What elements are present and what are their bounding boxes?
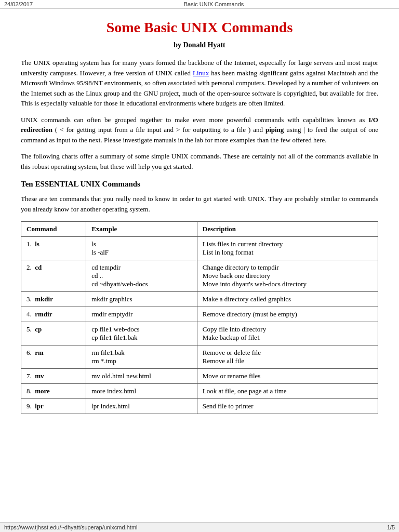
cmd-name: cd [35, 263, 42, 271]
cmd-name: lpr [35, 402, 44, 410]
row-num: 2. [26, 263, 32, 271]
intro-paragraph-1: The UNIX operating system has for many y… [21, 58, 378, 109]
row-num: 6. [26, 349, 32, 356]
table-cell-example: rmdir emptydir [86, 307, 197, 322]
row-num: 9. [26, 402, 32, 410]
cmd-name: cp [35, 325, 42, 333]
table-cell-description: Remove or delete file Remove all file [197, 345, 378, 369]
table-cell-command: 3. mkdir [21, 292, 86, 307]
row-num: 5. [26, 325, 32, 333]
row-num: 8. [26, 387, 32, 395]
commands-table: Command Example Description 1. lsls ls -… [21, 221, 378, 414]
table-cell-description: Copy file into directory Make backup of … [197, 322, 378, 345]
footer-bar: https://www.tjhsst.edu/~dhyatt/superap/u… [0, 522, 399, 532]
table-cell-command: 7. mv [21, 369, 86, 384]
table-cell-example: mkdir graphics [86, 292, 197, 307]
table-cell-command: 1. ls [21, 237, 86, 260]
intro-paragraph-3: The following charts offer a summary of … [21, 151, 378, 171]
cmd-name: rm [35, 349, 44, 356]
row-num: 4. [26, 310, 32, 318]
main-title: Some Basic UNIX Commands [21, 19, 378, 36]
table-cell-command: 6. rm [21, 345, 86, 369]
section-title: Ten ESSENTIAL UNIX Commands [21, 180, 378, 189]
browser-bar: 24/02/2017 Basic UNIX Commands [0, 0, 399, 9]
table-cell-description: Send file to printer [197, 399, 378, 414]
table-cell-description: Make a directory called graphics [197, 292, 378, 307]
footer-url: https://www.tjhsst.edu/~dhyatt/superap/u… [4, 524, 138, 530]
table-cell-example: cp file1 web-docs cp file1 file1.bak [86, 322, 197, 345]
table-row: 4. rmdirrmdir emptydirRemove directory (… [21, 307, 378, 322]
col-header-command: Command [21, 222, 86, 237]
table-cell-example: ls ls -alF [86, 237, 197, 260]
table-cell-example: lpr index.html [86, 399, 197, 414]
browser-date: 24/02/2017 [4, 1, 33, 7]
table-header-row: Command Example Description [21, 222, 378, 237]
page-content: Some Basic UNIX Commands by Donald Hyatt… [0, 9, 399, 435]
author: by Donald Hyatt [21, 41, 378, 49]
table-cell-description: Lists files in current directory List in… [197, 237, 378, 260]
row-num: 7. [26, 372, 32, 380]
cmd-name: mv [35, 372, 44, 380]
row-num: 3. [26, 295, 32, 303]
cmd-name: mkdir [35, 295, 53, 303]
section-intro: These are ten commands that you really n… [21, 194, 378, 214]
piping-label: piping [265, 126, 284, 134]
row-num: 1. [26, 240, 32, 248]
table-cell-example: more index.html [86, 384, 197, 399]
intro-paragraph-2: UNIX commands can often be grouped toget… [21, 115, 378, 145]
table-cell-description: Change directory to tempdir Move back on… [197, 260, 378, 292]
table-cell-command: 9. lpr [21, 399, 86, 414]
footer-page-num: 1/5 [387, 524, 395, 530]
table-cell-description: Remove directory (must be empty) [197, 307, 378, 322]
table-cell-example: mv old.html new.html [86, 369, 197, 384]
linux-link[interactable]: Linux [193, 69, 209, 77]
table-row: 9. lprlpr index.htmlSend file to printer [21, 399, 378, 414]
table-cell-command: 8. more [21, 384, 86, 399]
table-row: 1. lsls ls -alFLists files in current di… [21, 237, 378, 260]
table-cell-description: Look at file, one page at a time [197, 384, 378, 399]
table-row: 5. cpcp file1 web-docs cp file1 file1.ba… [21, 322, 378, 345]
table-cell-command: 4. rmdir [21, 307, 86, 322]
cmd-name: ls [35, 240, 39, 248]
table-cell-command: 5. cp [21, 322, 86, 345]
browser-page-title: Basic UNIX Commands [184, 1, 244, 7]
col-header-example: Example [86, 222, 197, 237]
table-cell-command: 2. cd [21, 260, 86, 292]
table-cell-example: cd tempdir cd .. cd ~dhyatt/web-docs [86, 260, 197, 292]
table-cell-description: Move or rename files [197, 369, 378, 384]
table-cell-example: rm file1.bak rm *.tmp [86, 345, 197, 369]
table-row: 7. mvmv old.html new.htmlMove or rename … [21, 369, 378, 384]
table-row: 6. rmrm file1.bak rm *.tmpRemove or dele… [21, 345, 378, 369]
io-redirect-label: I/O redirection [21, 116, 378, 134]
table-row: 8. moremore index.htmlLook at file, one … [21, 384, 378, 399]
table-row: 3. mkdirmkdir graphicsMake a directory c… [21, 292, 378, 307]
cmd-name: rmdir [35, 310, 52, 318]
cmd-name: more [35, 387, 50, 395]
table-row: 2. cdcd tempdir cd .. cd ~dhyatt/web-doc… [21, 260, 378, 292]
col-header-description: Description [197, 222, 378, 237]
